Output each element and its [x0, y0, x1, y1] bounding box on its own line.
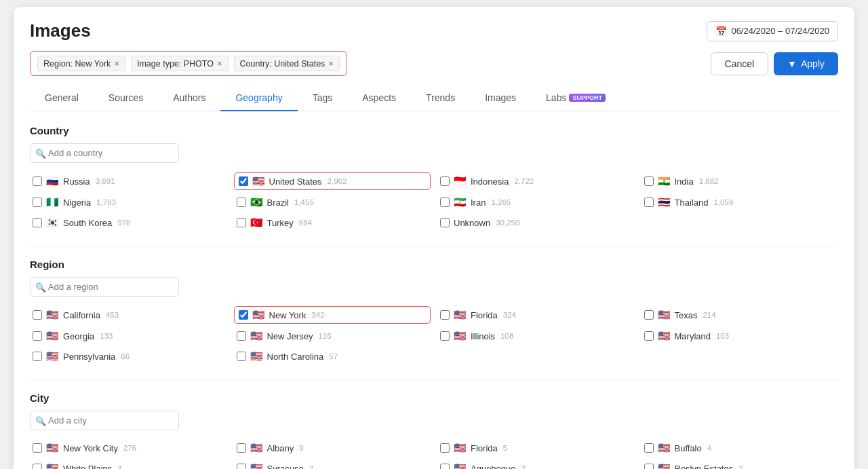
flag-aquebogue: 🇺🇸 [454, 462, 467, 469]
region-count-florida: 324 [503, 311, 516, 319]
country-name-us: United States [269, 176, 322, 187]
country-checkbox-iran[interactable] [440, 198, 450, 207]
region-count-maryland: 103 [716, 332, 729, 340]
city-item-nyc: 🇺🇸 New York City 276 [30, 440, 227, 456]
city-checkbox-buffalo[interactable] [644, 443, 654, 453]
city-item-buffalo: 🇺🇸 Buffalo 4 [642, 440, 839, 456]
flag-us: 🇺🇸 [252, 175, 265, 187]
country-search-input[interactable] [30, 143, 179, 163]
region-item-new-york: 🇺🇸 New York 342 [234, 306, 431, 324]
filter-tag-image-type-close[interactable]: × [217, 58, 222, 69]
city-checkbox-aquebogue[interactable] [440, 464, 450, 469]
region-grid: 🇺🇸 California 453 🇺🇸 New York 342 🇺🇸 Flo… [30, 306, 838, 364]
city-item-albany: 🇺🇸 Albany 9 [234, 440, 431, 456]
tab-tags[interactable]: Tags [298, 86, 348, 111]
tab-trends[interactable]: Trends [411, 86, 470, 111]
tab-geography[interactable]: Geography [220, 86, 297, 111]
country-count-thailand: 1,059 [713, 198, 733, 206]
region-name-florida: Florida [471, 310, 498, 320]
country-checkbox-thailand[interactable] [644, 198, 654, 207]
country-name-thailand: Thailand [675, 198, 709, 208]
country-checkbox-south-korea[interactable] [33, 218, 42, 227]
region-checkbox-new-jersey[interactable] [237, 331, 246, 341]
city-checkbox-florida[interactable] [440, 443, 450, 453]
country-checkbox-brazil[interactable] [237, 198, 246, 207]
region-checkbox-new-york[interactable] [239, 310, 248, 320]
city-count-syracuse: 2 [309, 464, 313, 469]
region-name-new-jersey: New Jersey [267, 331, 313, 341]
city-checkbox-white-plains[interactable] [33, 464, 42, 469]
flag-pennsylvania: 🇺🇸 [46, 350, 59, 362]
country-item-brazil: 🇧🇷 Brazil 1,455 [234, 194, 431, 210]
city-search-input[interactable] [30, 411, 179, 430]
region-count-california: 453 [106, 311, 119, 319]
flag-thailand: 🇹🇭 [658, 196, 671, 208]
region-section-title: Region [30, 259, 838, 270]
filter-icon: ▼ [787, 58, 797, 69]
city-checkbox-albany[interactable] [237, 443, 246, 453]
flag-indonesia: 🇮🇩 [454, 175, 467, 187]
region-checkbox-texas[interactable] [644, 310, 654, 320]
city-name-nyc: New York City [63, 443, 118, 453]
region-checkbox-florida[interactable] [440, 310, 450, 320]
country-checkbox-russia[interactable] [33, 176, 42, 186]
tab-labs[interactable]: Labs SUPPORT [531, 86, 620, 111]
tab-images[interactable]: Images [470, 86, 531, 111]
city-name-buffalo: Buffalo [675, 443, 702, 453]
region-checkbox-north-carolina[interactable] [237, 352, 246, 361]
date-range[interactable]: 📅 06/24/2020 – 07/24/2020 [707, 21, 838, 41]
region-item-north-carolina: 🇺🇸 North Carolina 57 [234, 348, 431, 364]
filter-tag-region[interactable]: Region: New York × [37, 56, 125, 71]
apply-button[interactable]: ▼ Apply [774, 52, 838, 75]
country-item-russia: 🇷🇺 Russia 3,691 [30, 172, 227, 190]
country-checkbox-us[interactable] [239, 176, 248, 186]
region-search-input[interactable] [30, 277, 179, 297]
country-name-india: India [675, 176, 694, 187]
city-checkbox-nyc[interactable] [33, 443, 42, 453]
filter-tag-country-close[interactable]: × [328, 58, 334, 69]
tab-labs-label: Labs [546, 92, 566, 103]
city-section: City 🔍 🇺🇸 New York City 276 🇺🇸 Albany 9 … [30, 392, 838, 469]
city-checkbox-syracuse[interactable] [237, 464, 246, 469]
country-name-nigeria: Nigeria [63, 198, 91, 208]
country-checkbox-indonesia[interactable] [440, 176, 450, 186]
region-checkbox-maryland[interactable] [644, 331, 654, 341]
city-name-roslyn-estates: Roslyn Estates [675, 464, 734, 470]
region-item-texas: 🇺🇸 Texas 214 [642, 306, 839, 324]
tab-authors[interactable]: Authors [158, 86, 220, 111]
country-checkbox-unknown[interactable] [440, 218, 450, 227]
tab-general[interactable]: General [30, 86, 94, 111]
top-bar: Images 📅 06/24/2020 – 07/24/2020 [30, 20, 838, 41]
city-item-florida: 🇺🇸 Florida 5 [437, 440, 635, 456]
region-item-georgia: 🇺🇸 Georgia 133 [30, 328, 227, 344]
country-count-unknown: 30,250 [496, 219, 519, 227]
filter-tag-region-label: Region: New York [43, 59, 111, 69]
filter-tag-image-type-label: Image type: PHOTO [137, 59, 214, 69]
filter-tag-region-close[interactable]: × [114, 58, 119, 69]
region-checkbox-pennsylvania[interactable] [33, 352, 42, 361]
flag-city-florida: 🇺🇸 [454, 442, 467, 454]
filter-tag-image-type[interactable]: Image type: PHOTO × [131, 56, 229, 71]
tab-sources[interactable]: Sources [94, 86, 158, 111]
city-item-aquebogue: 🇺🇸 Aquebogue 2 [437, 460, 635, 469]
flag-nigeria: 🇳🇬 [46, 196, 59, 208]
country-checkbox-nigeria[interactable] [33, 198, 42, 207]
action-buttons: Cancel ▼ Apply [711, 52, 838, 75]
region-search-wrap: 🔍 [30, 277, 179, 297]
apply-label: Apply [801, 58, 825, 69]
region-name-new-york: New York [269, 310, 307, 320]
region-checkbox-california[interactable] [33, 310, 42, 320]
country-name-brazil: Brazil [267, 198, 290, 208]
region-checkbox-illinois[interactable] [440, 331, 450, 341]
region-checkbox-georgia[interactable] [33, 331, 42, 341]
filter-tag-country[interactable]: Country: United States × [234, 56, 340, 71]
country-grid: 🇷🇺 Russia 3,691 🇺🇸 United States 2,962 🇮… [30, 172, 838, 231]
country-checkbox-india[interactable] [644, 176, 654, 186]
cancel-button[interactable]: Cancel [711, 52, 769, 75]
tab-aspects[interactable]: Aspects [347, 86, 411, 111]
country-name-indonesia: Indonesia [471, 176, 509, 187]
country-count-turkey: 884 [299, 219, 312, 227]
country-checkbox-turkey[interactable] [237, 218, 246, 227]
city-checkbox-roslyn-estates[interactable] [644, 464, 654, 469]
city-name-aquebogue: Aquebogue [471, 464, 516, 470]
